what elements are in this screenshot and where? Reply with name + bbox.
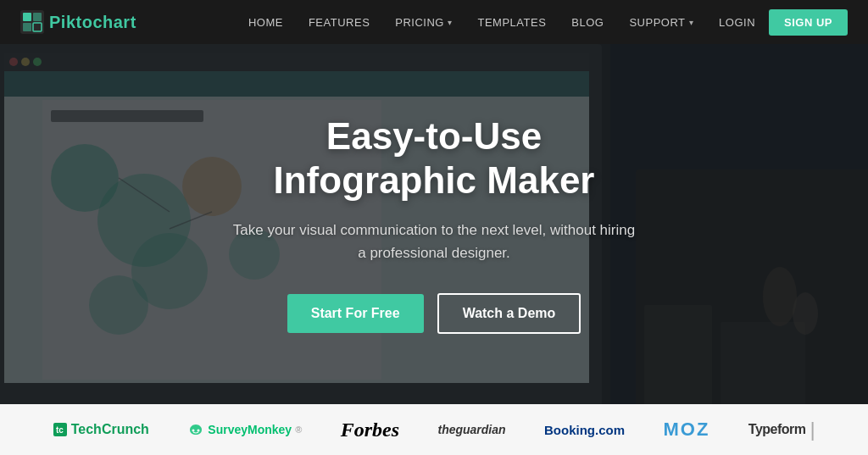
svg-rect-25 [23, 13, 31, 21]
start-free-button[interactable]: Start For Free [287, 294, 424, 333]
brand-guardian: theguardian [437, 423, 505, 436]
nav-link-templates[interactable]: TEMPLATES [477, 16, 546, 29]
svg-text:tc: tc [56, 425, 64, 435]
nav-item-home[interactable]: HOME [248, 14, 283, 30]
svg-rect-27 [23, 23, 31, 31]
logo[interactable]: Piktochart [20, 10, 136, 34]
surveymonkey-icon [187, 423, 204, 436]
nav-links: HOME FEATURES PRICING ▾ TEMPLATES BLOG S… [248, 14, 693, 30]
logo-icon [20, 10, 44, 34]
nav-link-blog[interactable]: BLOG [571, 16, 604, 29]
brand-surveymonkey: SurveyMonkey ® [187, 423, 302, 436]
svg-point-32 [198, 430, 200, 432]
svg-rect-26 [33, 13, 42, 21]
navbar: Piktochart HOME FEATURES PRICING ▾ TEMPL… [0, 0, 868, 44]
typeform-separator: | [810, 418, 815, 441]
nav-item-support[interactable]: SUPPORT ▾ [629, 16, 693, 29]
login-link[interactable]: LOGIN [719, 16, 755, 29]
hero-content: Easy-to-Use Infographic Maker Take your … [0, 44, 868, 404]
trusted-bar: tc TechCrunch SurveyMonkey ® Forbes theg… [0, 404, 868, 455]
nav-item-pricing[interactable]: PRICING ▾ [395, 16, 452, 29]
hero-subtitle: Take your visual communication to the ne… [231, 219, 637, 264]
surveymonkey-trademark: ® [295, 424, 302, 435]
svg-rect-28 [33, 23, 42, 31]
techcrunch-icon: tc [53, 423, 67, 436]
nav-link-pricing[interactable]: PRICING ▾ [395, 16, 452, 29]
brand-techcrunch: tc TechCrunch [53, 422, 149, 437]
support-chevron-icon: ▾ [689, 18, 694, 27]
watch-demo-button[interactable]: Watch a Demo [437, 293, 581, 334]
brand-moz: MOZ [663, 419, 709, 441]
signup-button[interactable]: SIGN UP [769, 9, 848, 36]
nav-link-home[interactable]: HOME [248, 16, 283, 29]
pricing-chevron-icon: ▾ [448, 18, 453, 27]
hero-buttons: Start For Free Watch a Demo [287, 293, 581, 334]
nav-item-features[interactable]: FEATURES [309, 14, 370, 30]
nav-item-blog[interactable]: BLOG [571, 14, 604, 30]
nav-item-templates[interactable]: TEMPLATES [477, 14, 546, 30]
nav-link-support[interactable]: SUPPORT ▾ [629, 16, 693, 29]
nav-link-features[interactable]: FEATURES [309, 16, 370, 29]
hero-title: Easy-to-Use Infographic Maker [274, 114, 595, 204]
logo-text: Piktochart [49, 13, 136, 32]
svg-point-31 [192, 430, 195, 432]
brand-booking: Booking.com [544, 423, 625, 437]
brand-typeform: Typeform | [748, 418, 815, 441]
brand-forbes: Forbes [341, 419, 399, 441]
